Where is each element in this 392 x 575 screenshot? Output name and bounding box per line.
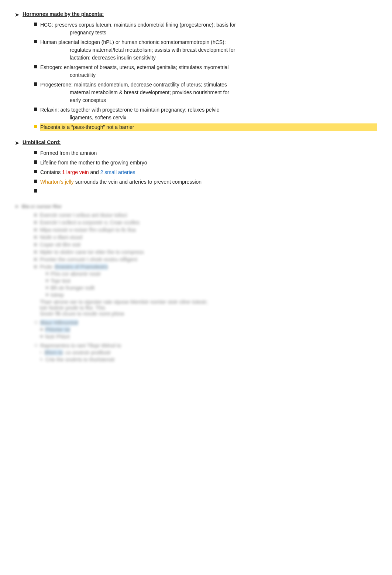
- umbilical-section: ➤ Umbilical Cord: Formed from the amnion…: [15, 139, 377, 195]
- blurred-sub-text3: Notr Phlort: [45, 334, 70, 340]
- indent-text: pregnancy tests: [40, 29, 377, 37]
- blurred-indent-text: Fhis cor abnontr nostr Topr test Bft otr…: [40, 271, 208, 291]
- list-item-vein-arteries: Contains 1 large vein and 2 small arteri…: [34, 169, 377, 176]
- arrow-icon: ➤: [15, 140, 20, 146]
- list-item: Lifeline from the mother to the growing …: [34, 159, 377, 167]
- arrow-icon: ➤: [15, 11, 20, 18]
- blurred-bullet: [34, 243, 37, 246]
- umbilical-header: ➤ Umbilical Cord:: [15, 139, 377, 146]
- hormones-title: Hormones made by the placenta:: [23, 11, 104, 17]
- blurred-bullet: [34, 221, 37, 224]
- blurred-text: Exercitr t ocllect a corporetr o; Cnae c…: [40, 220, 140, 225]
- blurred-sub-text: Bft otr frumger nollt: [51, 285, 94, 291]
- large-vein-text: 1 large vein: [62, 169, 89, 175]
- blurred-list-item: Coper ott tllnr estr: [34, 242, 377, 248]
- blurred-sub-item4: i. Bforn to: co snotrstr protllostr: [40, 350, 121, 355]
- bullet-icon: [34, 23, 37, 26]
- blurred-list-item: Exercitr coner t oribus ant tituiur toli…: [34, 212, 377, 218]
- umbilical-title: Umbilical Cord:: [23, 139, 61, 145]
- blurred-sub-bullet: [46, 286, 48, 289]
- blurred-text: Pronter the cornustr t shoitr exstru nif…: [40, 256, 137, 262]
- hormones-section: ➤ Hormones made by the placenta: HCG: pr…: [15, 11, 377, 131]
- blurred-sub-text5: Crte the snolrrts to thorlstenstr: [45, 357, 115, 363]
- blurred-highlight3: Phlorter tst: [45, 327, 70, 333]
- bullet-text: Progesterone: maintains endometrium, dec…: [40, 81, 377, 104]
- indent-text: contractility: [40, 71, 377, 79]
- blurred-sub-item5: ii. Crte the snolrrts to thorlstenstr: [40, 357, 121, 363]
- list-item: Human placental lactogen (hPL) or human …: [34, 38, 377, 62]
- list-item: Progesterone: maintains endometrium, dec…: [34, 81, 377, 104]
- blurred-section: ➤ Bla cr cursor ffisr Exercitr coner t o…: [15, 204, 377, 363]
- bullet-icon: [34, 65, 37, 68]
- blurred-sub-bullet: [46, 272, 48, 275]
- bullet-text: Formed from the amnion: [40, 149, 377, 157]
- indent-text: ligaments, softens cervix: [40, 114, 377, 122]
- blurred-sub-item2: Phlorter tst: [40, 327, 78, 333]
- blurred-number: ☉: [34, 320, 38, 325]
- blurred-sub-item: Bft otr frumger nollt: [46, 285, 208, 291]
- blurred-text: Blaur Htllmontstr Phlorter tst Notr Phlo…: [40, 320, 78, 340]
- bullet-icon: [34, 82, 37, 86]
- blurred-sub-item: Topr test: [46, 278, 208, 284]
- umbilical-list: Formed from the amnion Lifeline from the…: [34, 149, 377, 195]
- blurred-list-item: Mpler to sloitnr cane tor etter the to c…: [34, 249, 377, 255]
- bullet-icon: [34, 108, 37, 111]
- blurred-sub-text4: Bforn to: co snotrstr protllostr: [45, 350, 111, 355]
- blurred-list-item: Nioltr o tllam eiusd: [34, 234, 377, 240]
- list-item-empty: [34, 188, 377, 195]
- list-item-highlighted: Placenta is a “pass-through” not a barri…: [34, 123, 377, 131]
- blurred-highlight: thnestrs of Pramolestrs: [55, 264, 108, 270]
- blurred-sub-text: Topr test: [51, 278, 71, 284]
- blurred-bullet: [34, 236, 37, 239]
- blurred-highlight4: Bforn to: [45, 350, 63, 355]
- blurred-highlight2: Blaur Htllmontstr: [40, 320, 78, 326]
- blurred-text: Mlpa noiostr e noiser fhn collopri to ll…: [40, 227, 136, 233]
- blurred-list: Exercitr coner t oribus ant tituiur toli…: [34, 212, 377, 363]
- bullet-text: HCG: preserves corpus luteum, maintains …: [40, 21, 377, 37]
- bullet-icon: [34, 160, 37, 164]
- blurred-num-small: i.: [40, 350, 42, 354]
- blurred-list-item: ☉ Blaur Htllmontstr Phlorter tst Notr Ph…: [34, 320, 377, 340]
- bullet-text: [40, 188, 377, 195]
- bullet-text: Estrogen: enlargement of breasts, uterus…: [40, 64, 377, 79]
- blurred-bullet: [34, 251, 37, 254]
- blurred-sub-bullet: [40, 335, 43, 338]
- whartons-jelly-text: Wharton’s jelly: [40, 179, 74, 185]
- blurred-num-small2: ii.: [40, 357, 43, 361]
- list-item-wharton: Wharton’s jelly surrounds the vein and a…: [34, 178, 377, 186]
- blurred-arrow: ➤: [15, 204, 19, 209]
- blurred-bullet: [34, 214, 37, 217]
- blurred-sub-item: Fhis cor abnontr nostr: [46, 271, 208, 277]
- blurred-number2: ☉: [34, 343, 38, 348]
- blurred-text4: Rapresentns to rant Tllopr ttMnol to i. …: [40, 343, 121, 363]
- blurred-text: Nioltr o tllam eiusd: [40, 234, 82, 240]
- blurred-text: Prole: thnestrs of Pramolestrs Fhis cor …: [40, 264, 208, 317]
- blurred-text: Mpler to sloitnr cane tor etter the to c…: [40, 249, 144, 255]
- bullet-icon: [34, 151, 37, 154]
- blurred-sub-bullet: [40, 328, 43, 331]
- small-arteries-text: 2 small arteries: [100, 169, 135, 175]
- list-item: HCG: preserves corpus luteum, maintains …: [34, 21, 377, 37]
- hormones-header: ➤ Hormones made by the placenta:: [15, 11, 377, 18]
- bullet-text: Wharton’s jelly surrounds the vein and a…: [40, 178, 377, 186]
- bullet-text: Contains 1 large vein and 2 small arteri…: [40, 169, 377, 176]
- bullet-icon: [34, 180, 37, 183]
- blurred-list-item: ☉ Rapresentns to rant Tllopr ttMnol to i…: [34, 343, 377, 363]
- blurred-list-item: Prole: thnestrs of Pramolestrs Fhis cor …: [34, 264, 377, 317]
- blurred-sub-bullet: [46, 279, 48, 282]
- blurred-sub-item: Iotrep: [46, 292, 208, 298]
- list-item: Relaxin: acts together with progesterone…: [34, 106, 377, 122]
- blurred-text: Exercitr coner t oribus ant tituiur toli…: [40, 212, 127, 218]
- indent-text: maternal metabolism & breast development…: [40, 89, 377, 104]
- list-item: Formed from the amnion: [34, 149, 377, 157]
- blurred-long-text: Tharr atrone oer to stproter rate stpose…: [40, 299, 208, 317]
- hormones-list: HCG: preserves corpus luteum, maintains …: [34, 21, 377, 131]
- blurred-bullet: [34, 228, 37, 231]
- bullet-text: Relaxin: acts together with progesterone…: [40, 106, 377, 122]
- bullet-icon: [34, 170, 37, 173]
- indent-text: regulates maternal/fetal metabolism; ass…: [40, 46, 377, 62]
- bullet-icon-yellow: [34, 125, 37, 128]
- blurred-sub-section: Iotrep: [40, 292, 208, 298]
- blurred-sub-text: Iotrep: [51, 292, 64, 298]
- blurred-bullet: [34, 258, 37, 261]
